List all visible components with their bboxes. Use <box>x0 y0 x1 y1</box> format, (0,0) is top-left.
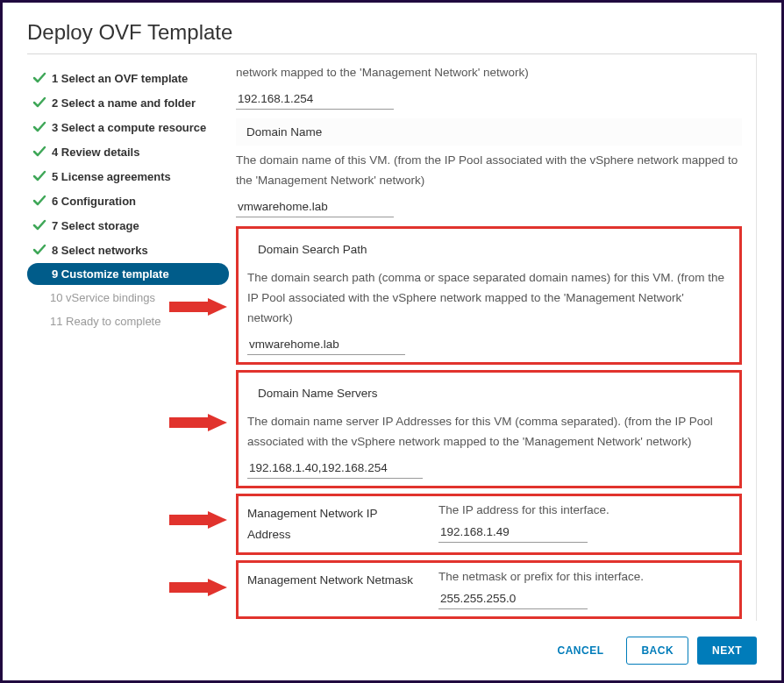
back-button[interactable]: BACK <box>626 637 688 665</box>
dns-label: Domain Name Servers <box>247 380 731 407</box>
step-label: 4 Review details <box>52 146 139 159</box>
dialog-footer: CANCEL BACK NEXT <box>27 621 757 665</box>
domain-name-label: Domain Name <box>236 118 742 146</box>
check-icon <box>32 71 46 85</box>
check-icon <box>32 120 46 134</box>
step-label: 11 Ready to complete <box>50 315 160 328</box>
mgmt-ip-desc: The IP address for this interface. <box>438 503 731 516</box>
step-label: 1 Select an OVF template <box>52 72 188 85</box>
step-label: 8 Select networks <box>52 244 148 257</box>
wizard-step-1[interactable]: 1 Select an OVF template <box>27 67 229 89</box>
wizard-step-6[interactable]: 6 Configuration <box>27 189 229 212</box>
wizard-step-7[interactable]: 7 Select storage <box>27 214 229 237</box>
wizard-step-9[interactable]: 9 Customize template <box>27 263 229 285</box>
ovf-deploy-dialog: Deploy OVF Template 1 Select an OVF temp… <box>3 3 781 680</box>
cancel-button[interactable]: CANCEL <box>544 637 618 664</box>
dialog-title: Deploy OVF Template <box>27 20 757 54</box>
step-label: 5 License agreements <box>52 170 171 183</box>
check-icon <box>32 169 46 183</box>
step-label: 7 Select storage <box>52 219 139 232</box>
dns-desc: The domain name server IP Addresses for … <box>247 407 731 458</box>
svg-marker-3 <box>169 579 227 596</box>
wizard-step-3[interactable]: 3 Select a compute resource <box>27 116 229 139</box>
gateway-input[interactable] <box>236 89 394 110</box>
step-label: 6 Configuration <box>52 195 136 208</box>
domain-search-path-highlight: Domain Search Path The domain search pat… <box>236 226 742 365</box>
annotation-arrow-icon <box>169 579 227 596</box>
wizard-step-5[interactable]: 5 License agreements <box>27 165 229 188</box>
annotation-arrow-icon <box>169 511 227 529</box>
content-pane: network mapped to the 'Management Networ… <box>229 54 757 621</box>
mgmt-ip-label: Management Network IP Address <box>247 503 423 546</box>
svg-marker-0 <box>169 298 227 316</box>
mgmt-ip-highlight: Management Network IP Address The IP add… <box>236 494 742 556</box>
search-path-desc: The domain search path (comma or space s… <box>247 263 731 334</box>
check-icon <box>32 96 46 110</box>
wizard-steps: 1 Select an OVF template2 Select a name … <box>27 54 229 621</box>
dns-highlight: Domain Name Servers The domain name serv… <box>236 370 742 488</box>
search-path-label: Domain Search Path <box>247 236 731 263</box>
wizard-step-4[interactable]: 4 Review details <box>27 140 229 163</box>
check-icon <box>32 194 46 208</box>
check-icon <box>32 145 46 159</box>
scroll-area[interactable]: network mapped to the 'Management Networ… <box>229 54 756 621</box>
domain-name-block: Domain Name The domain name of this VM. … <box>236 118 742 217</box>
search-path-input[interactable] <box>247 334 405 355</box>
dialog-body: 1 Select an OVF template2 Select a name … <box>27 54 757 621</box>
check-icon <box>32 218 46 232</box>
mgmt-mask-label: Management Network Netmask <box>247 570 423 609</box>
mgmt-ip-input[interactable] <box>438 522 588 543</box>
dns-input[interactable] <box>247 458 423 479</box>
annotation-arrow-icon <box>169 298 227 316</box>
mgmt-mask-desc: The netmask or prefix for this interface… <box>438 570 731 583</box>
domain-name-input[interactable] <box>236 196 394 217</box>
mgmt-mask-input[interactable] <box>438 588 588 609</box>
wizard-step-2[interactable]: 2 Select a name and folder <box>27 91 229 114</box>
mgmt-mask-highlight: Management Network Netmask The netmask o… <box>236 560 742 619</box>
wizard-step-8[interactable]: 8 Select networks <box>27 238 229 261</box>
next-button[interactable]: NEXT <box>697 637 757 665</box>
gateway-desc: network mapped to the 'Management Networ… <box>236 58 742 89</box>
svg-marker-2 <box>169 511 227 529</box>
step-label: 10 vService bindings <box>50 291 155 304</box>
step-label: 3 Select a compute resource <box>52 121 206 134</box>
step-label: 2 Select a name and folder <box>52 96 196 110</box>
domain-name-desc: The domain name of this VM. (from the IP… <box>236 146 742 196</box>
svg-marker-1 <box>169 414 227 431</box>
gateway-field-block: network mapped to the 'Management Networ… <box>236 58 742 110</box>
check-icon <box>32 243 46 257</box>
annotation-arrow-icon <box>169 414 227 431</box>
step-label: 9 Customize template <box>52 267 169 281</box>
